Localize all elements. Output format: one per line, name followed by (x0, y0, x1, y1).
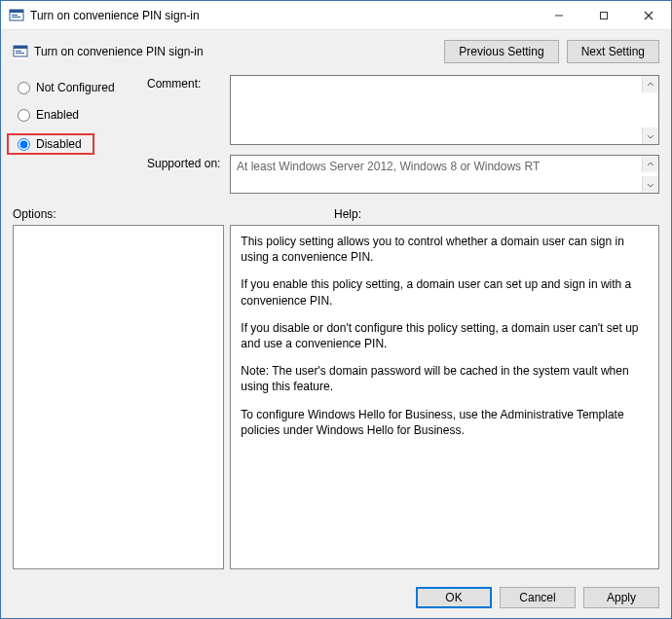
options-label: Options: (13, 207, 334, 221)
minimize-button[interactable] (537, 1, 581, 29)
titlebar: Turn on convenience PIN sign-in (1, 1, 671, 30)
radio-disabled[interactable]: Disabled (7, 133, 94, 155)
state-radio-group: Not Configured Enabled Disabled (13, 75, 141, 194)
previous-setting-button[interactable]: Previous Setting (444, 40, 558, 63)
scroll-down-icon[interactable] (642, 176, 658, 193)
radio-disabled-input[interactable] (18, 138, 30, 151)
help-paragraph: Note: The user's domain password will be… (241, 363, 649, 394)
maximize-button[interactable] (581, 1, 626, 29)
middle-labels: Options: Help: (13, 207, 659, 221)
bottom-bar: OK Cancel Apply (1, 579, 671, 618)
svg-rect-11 (16, 53, 24, 54)
svg-rect-1 (10, 10, 23, 13)
svg-rect-10 (16, 51, 21, 52)
svg-rect-2 (12, 15, 18, 16)
radio-enabled[interactable]: Enabled (13, 106, 141, 124)
window-title: Turn on convenience PIN sign-in (30, 9, 537, 22)
help-label: Help: (334, 207, 659, 221)
radio-not-configured-input[interactable] (18, 82, 30, 94)
policy-icon (13, 44, 28, 59)
header-row: Turn on convenience PIN sign-in Previous… (13, 40, 659, 63)
scroll-up-icon[interactable] (642, 156, 658, 172)
cancel-button[interactable]: Cancel (500, 587, 576, 608)
next-setting-button[interactable]: Next Setting (567, 40, 659, 63)
options-pane (13, 225, 224, 569)
svg-rect-5 (601, 12, 608, 18)
window-icon (9, 8, 24, 23)
nav-buttons: Previous Setting Next Setting (444, 40, 659, 63)
help-paragraph: This policy setting allows you to contro… (241, 234, 649, 265)
help-paragraph: If you disable or don't configure this p… (241, 320, 649, 351)
radio-enabled-label: Enabled (36, 108, 79, 122)
radio-disabled-label: Disabled (36, 137, 82, 151)
scroll-up-icon[interactable] (642, 76, 658, 92)
comment-label: Comment: (147, 75, 230, 91)
help-paragraph: If you enable this policy setting, a dom… (241, 276, 649, 308)
ok-button[interactable]: OK (416, 587, 492, 608)
svg-rect-3 (12, 17, 20, 18)
close-button[interactable] (626, 1, 671, 29)
right-fields: Comment: Supported on: At least Windows … (147, 75, 659, 194)
dialog-window: Turn on convenience PIN sign-in Turn on … (0, 0, 672, 619)
policy-title: Turn on convenience PIN sign-in (34, 45, 444, 58)
supported-label: Supported on: (147, 155, 230, 170)
svg-rect-9 (14, 46, 27, 49)
titlebar-controls (537, 1, 671, 29)
apply-button[interactable]: Apply (583, 587, 659, 608)
upper-section: Not Configured Enabled Disabled Comment: (13, 75, 659, 194)
radio-not-configured-label: Not Configured (36, 81, 115, 94)
scroll-down-icon[interactable] (642, 127, 658, 144)
radio-not-configured[interactable]: Not Configured (13, 79, 141, 96)
supported-value: At least Windows Server 2012, Windows 8 … (237, 160, 540, 173)
help-paragraph: To configure Windows Hello for Business,… (241, 407, 649, 438)
comment-textbox[interactable] (230, 75, 659, 145)
radio-enabled-input[interactable] (18, 109, 30, 122)
help-pane: This policy setting allows you to contro… (230, 225, 659, 569)
supported-textbox: At least Windows Server 2012, Windows 8 … (230, 155, 659, 194)
lower-section: This policy setting allows you to contro… (13, 225, 659, 569)
content-area: Turn on convenience PIN sign-in Previous… (1, 30, 671, 579)
